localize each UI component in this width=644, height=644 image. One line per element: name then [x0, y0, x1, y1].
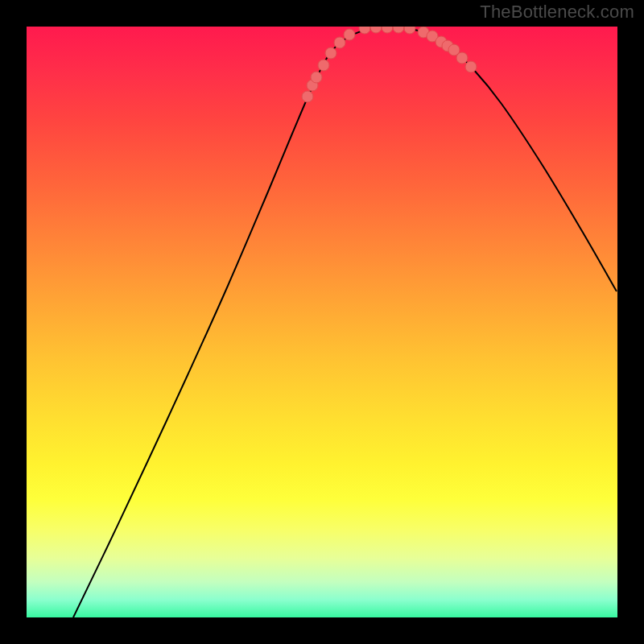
bottleneck-curve-left [73, 27, 387, 617]
data-marker [456, 52, 468, 64]
data-marker [311, 72, 322, 83]
attribution-text: TheBottleneck.com [480, 2, 634, 23]
data-marker [359, 27, 370, 34]
chart-frame: TheBottleneck.com [0, 0, 644, 644]
data-marker [325, 47, 336, 59]
data-marker [334, 37, 345, 48]
data-marker [404, 27, 415, 34]
data-marker [318, 60, 329, 71]
data-marker [344, 29, 355, 40]
data-marker [465, 61, 477, 72]
data-marker [382, 27, 393, 33]
data-marker [370, 27, 382, 33]
bottleneck-curve-right [387, 27, 617, 291]
data-marker [393, 27, 404, 33]
data-marker [302, 91, 313, 102]
plot-area [27, 27, 617, 617]
curve-svg [27, 27, 617, 617]
